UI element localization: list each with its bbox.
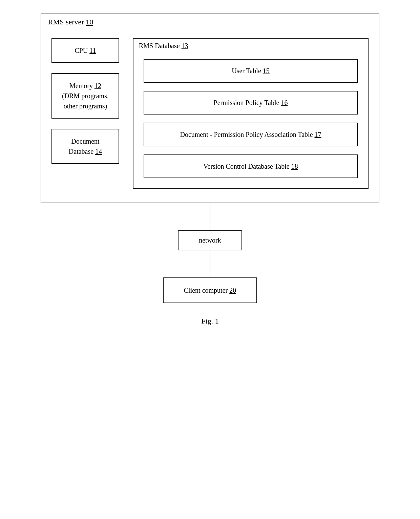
- rms-server-box: RMS server 10 CPU 11 Memory 12 (DRM prog…: [41, 14, 379, 203]
- user-table-label: User Table: [232, 67, 261, 75]
- memory-detail: (DRM programs, other programs): [62, 92, 109, 110]
- doc-permission-table-box: Document - Permission Policy Association…: [144, 123, 358, 146]
- network-box: network: [178, 230, 242, 250]
- user-table-box: User Table 15: [144, 59, 358, 83]
- permission-policy-label: Permission Policy Table: [214, 99, 279, 106]
- doc-permission-number: 17: [315, 131, 321, 138]
- figure-label: Fig. 1: [201, 317, 218, 326]
- cpu-box: CPU 11: [51, 38, 119, 63]
- version-control-table-box: Version Control Database Table 18: [144, 154, 358, 178]
- client-number: 20: [229, 287, 236, 294]
- memory-label: Memory: [69, 82, 93, 89]
- rms-server-text: RMS server: [48, 18, 84, 26]
- rms-server-inner: CPU 11 Memory 12 (DRM programs, other pr…: [51, 38, 369, 189]
- document-db-number: 14: [95, 148, 102, 155]
- rms-database-text: RMS Database: [139, 42, 180, 49]
- user-table-number: 15: [263, 67, 270, 75]
- client-label: Client computer: [184, 287, 228, 294]
- memory-number: 12: [94, 82, 101, 89]
- rms-database-inner: User Table 15 Permission Policy Table 16…: [144, 59, 358, 178]
- diagram-container: RMS server 10 CPU 11 Memory 12 (DRM prog…: [20, 14, 400, 326]
- network-label: network: [199, 236, 221, 244]
- permission-policy-number: 16: [281, 99, 288, 106]
- cpu-number: 11: [89, 47, 96, 54]
- connector-server-network: [210, 203, 210, 230]
- cpu-label: CPU: [75, 47, 88, 54]
- figure-text: Fig. 1: [201, 317, 218, 325]
- rms-server-number: 10: [86, 18, 93, 26]
- version-control-label: Version Control Database Table: [203, 163, 289, 170]
- rms-server-label: RMS server 10: [48, 18, 93, 26]
- rms-database-box: RMS Database 13 User Table 15 Permission…: [133, 38, 369, 189]
- permission-policy-table-box: Permission Policy Table 16: [144, 91, 358, 115]
- left-column: CPU 11 Memory 12 (DRM programs, other pr…: [51, 38, 119, 189]
- version-control-number: 18: [291, 163, 298, 170]
- doc-permission-label: Document - Permission Policy Association…: [180, 131, 313, 138]
- memory-box: Memory 12 (DRM programs, other programs): [51, 73, 119, 119]
- connector-network-client: [210, 250, 210, 277]
- rms-database-number: 13: [182, 42, 188, 49]
- rms-database-label: RMS Database 13: [139, 42, 188, 50]
- document-db-box: Document Database 14: [51, 129, 119, 164]
- client-computer-box: Client computer 20: [163, 277, 257, 303]
